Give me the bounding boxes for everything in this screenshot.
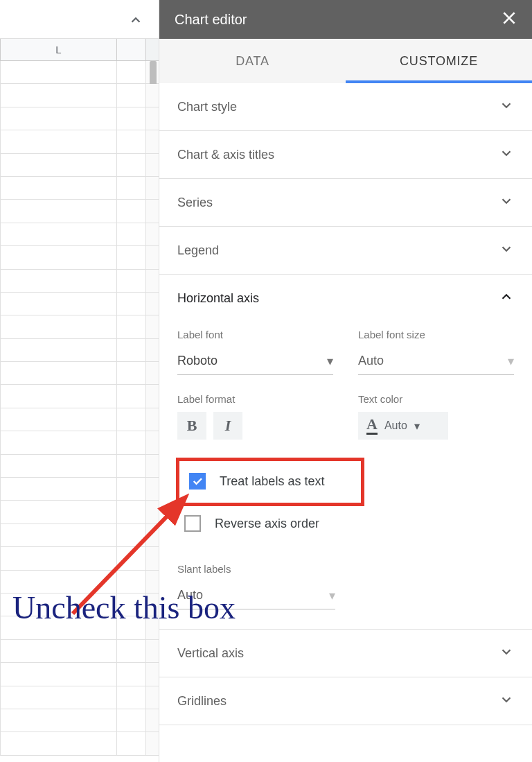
table-row[interactable] xyxy=(0,154,159,177)
section-title: Gridlines xyxy=(177,694,499,709)
table-row[interactable] xyxy=(0,107,159,130)
select-value: Auto xyxy=(358,354,384,368)
table-row[interactable] xyxy=(0,385,159,408)
spreadsheet-area: L xyxy=(0,0,159,762)
select-value: Auto xyxy=(177,588,203,603)
table-row[interactable] xyxy=(0,547,159,570)
table-row[interactable] xyxy=(0,431,159,454)
select-slant-labels[interactable]: Auto ▾ xyxy=(177,582,335,609)
section-chart-axis-titles[interactable]: Chart & axis titles xyxy=(159,131,532,179)
section-title: Horizontal axis xyxy=(177,291,499,306)
section-header-horizontal-axis[interactable]: Horizontal axis xyxy=(177,275,514,322)
table-row[interactable] xyxy=(0,501,159,523)
table-row[interactable] xyxy=(0,455,159,478)
text-color-value: Auto xyxy=(384,419,407,432)
panel-title: Chart editor xyxy=(175,12,500,28)
chevron-up-icon xyxy=(499,289,514,307)
column-header-L[interactable]: L xyxy=(0,39,117,60)
field-label: Label font size xyxy=(358,329,514,340)
section-title: Chart style xyxy=(177,100,499,114)
section-chart-style[interactable]: Chart style xyxy=(159,83,532,131)
table-row[interactable] xyxy=(0,61,159,84)
checkbox-reverse-axis-order[interactable] xyxy=(184,515,201,532)
field-label-font-size: Label font size Auto ▾ xyxy=(358,329,514,375)
table-row[interactable] xyxy=(0,709,159,732)
checkbox-label: Reverse axis order xyxy=(215,517,319,531)
table-row[interactable] xyxy=(0,270,159,293)
annotation-highlight: Treat labels as text xyxy=(176,458,364,506)
section-series[interactable]: Series xyxy=(159,179,532,227)
checkbox-row-treat-labels: Treat labels as text xyxy=(189,469,351,493)
table-row[interactable] xyxy=(0,315,159,338)
text-color-picker[interactable]: A Auto ▾ xyxy=(358,412,448,440)
italic-button[interactable]: I xyxy=(213,412,242,440)
table-row[interactable] xyxy=(0,130,159,153)
tabs: DATA CUSTOMIZE xyxy=(159,39,532,83)
section-legend[interactable]: Legend xyxy=(159,227,532,275)
scroll-gutter xyxy=(146,39,159,60)
table-row[interactable] xyxy=(0,616,159,639)
chevron-down-icon xyxy=(499,98,514,116)
table-row[interactable] xyxy=(0,663,159,686)
column-headers: L xyxy=(0,39,159,61)
table-row[interactable] xyxy=(0,732,159,755)
section-title: Vertical axis xyxy=(177,646,499,661)
caret-down-icon: ▾ xyxy=(414,419,420,433)
field-label-font: Label font Roboto ▾ xyxy=(177,329,333,375)
table-row[interactable] xyxy=(0,339,159,362)
section-gridlines[interactable]: Gridlines xyxy=(159,677,532,725)
checkbox-label: Treat labels as text xyxy=(220,474,324,489)
panel-header: Chart editor xyxy=(159,0,532,39)
sheet-toolbar xyxy=(0,0,159,39)
checkbox-treat-labels-as-text[interactable] xyxy=(189,473,206,490)
tab-customize[interactable]: CUSTOMIZE xyxy=(346,39,532,83)
table-row[interactable] xyxy=(0,408,159,431)
caret-down-icon: ▾ xyxy=(327,354,333,369)
select-label-font[interactable]: Roboto ▾ xyxy=(177,347,333,375)
field-text-color: Text color A Auto ▾ xyxy=(358,393,514,440)
tab-data[interactable]: DATA xyxy=(159,39,346,83)
select-value: Roboto xyxy=(177,354,218,368)
section-title: Series xyxy=(177,196,499,210)
field-label-format: Label format B I xyxy=(177,393,333,440)
table-row[interactable] xyxy=(0,177,159,200)
chevron-down-icon xyxy=(499,644,514,662)
field-label: Slant labels xyxy=(177,563,335,575)
section-vertical-axis[interactable]: Vertical axis xyxy=(159,630,532,677)
select-label-font-size[interactable]: Auto ▾ xyxy=(358,347,514,375)
table-row[interactable] xyxy=(0,686,159,709)
table-row[interactable] xyxy=(0,84,159,107)
section-title: Legend xyxy=(177,243,499,258)
table-row[interactable] xyxy=(0,293,159,315)
table-row[interactable] xyxy=(0,571,159,594)
table-row[interactable] xyxy=(0,362,159,385)
text-color-icon: A xyxy=(366,417,378,435)
chevron-down-icon xyxy=(499,193,514,211)
chevron-up-icon[interactable] xyxy=(128,12,143,31)
sheet-rows xyxy=(0,61,159,756)
section-title: Chart & axis titles xyxy=(177,148,499,162)
table-row[interactable] xyxy=(0,478,159,501)
chart-editor-panel: Chart editor DATA CUSTOMIZE Chart style … xyxy=(159,0,532,762)
field-label: Text color xyxy=(358,393,514,405)
field-label: Label format xyxy=(177,393,333,405)
chevron-down-icon xyxy=(499,146,514,164)
field-slant-labels: Slant labels Auto ▾ xyxy=(177,563,335,609)
checkbox-row-reverse-axis: Reverse axis order xyxy=(184,512,514,535)
table-row[interactable] xyxy=(0,524,159,547)
column-header-blank[interactable] xyxy=(117,39,146,60)
table-row[interactable] xyxy=(0,223,159,246)
caret-down-icon: ▾ xyxy=(508,354,514,369)
field-label: Label font xyxy=(177,329,333,340)
table-row[interactable] xyxy=(0,640,159,663)
table-row[interactable] xyxy=(0,200,159,223)
section-horizontal-axis: Horizontal axis Label font Roboto ▾ xyxy=(159,275,532,630)
chevron-down-icon xyxy=(499,241,514,259)
bold-button[interactable]: B xyxy=(177,412,206,440)
chevron-down-icon xyxy=(499,692,514,710)
caret-down-icon: ▾ xyxy=(329,588,335,603)
table-row[interactable] xyxy=(0,246,159,269)
close-icon[interactable] xyxy=(500,9,518,31)
table-row[interactable] xyxy=(0,594,159,616)
